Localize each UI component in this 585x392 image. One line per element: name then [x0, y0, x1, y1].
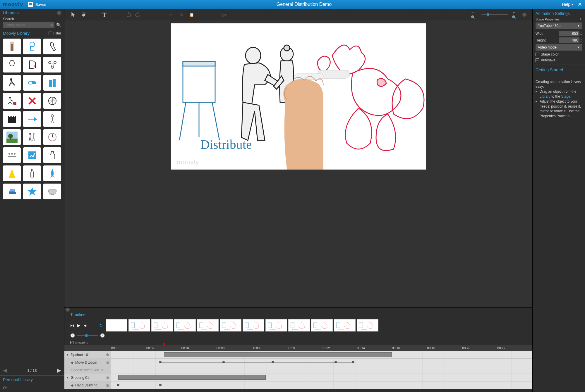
- arrow-down-icon[interactable]: ⬇: [579, 18, 582, 21]
- timeline-thumbnails[interactable]: DistributeDistributeDistributeDistribute…: [106, 319, 526, 331]
- track-lane[interactable]: [111, 359, 532, 366]
- trash-icon[interactable]: 🗑: [106, 353, 109, 357]
- asset-meeting-sketch[interactable]: [3, 147, 21, 163]
- timeline-zoom-slider[interactable]: [77, 335, 98, 336]
- search-input[interactable]: [4, 22, 48, 27]
- timeline-zoom-out-icon[interactable]: 🕐: [70, 333, 75, 338]
- timeline-thumbnail[interactable]: Distribute: [243, 319, 264, 331]
- asset-human-figure[interactable]: [43, 111, 61, 127]
- trash-icon[interactable]: 🗑: [106, 383, 109, 387]
- copy-icon[interactable]: ⧉: [178, 11, 184, 18]
- track-row[interactable]: ◆Move & Zoom🗑: [64, 359, 532, 366]
- timeline-thumbnail[interactable]: Distribute: [288, 319, 310, 331]
- search-icon[interactable]: 🔍: [56, 23, 61, 27]
- height-spinner[interactable]: ▲▼: [580, 38, 582, 42]
- asset-blue-robot[interactable]: [23, 39, 41, 54]
- timeline-thumbnail[interactable]: Distribute: [220, 319, 241, 331]
- collapse-icon[interactable]: [57, 11, 61, 15]
- timeline-thumbnail[interactable]: Distribute: [311, 319, 333, 331]
- play-icon[interactable]: ▶: [77, 323, 80, 328]
- asset-star[interactable]: [23, 184, 41, 199]
- asset-yellow-spotlight[interactable]: [3, 165, 21, 181]
- asset-tree-landscape[interactable]: [3, 129, 21, 145]
- track-row[interactable]: ▼flipchart1 01🗑: [64, 351, 532, 359]
- width-spinner[interactable]: ▲▼: [580, 32, 582, 36]
- asset-italy-outline[interactable]: [43, 39, 61, 54]
- asset-molecule[interactable]: [43, 57, 61, 72]
- height-input[interactable]: [559, 37, 579, 43]
- rewind-icon[interactable]: ⏮: [70, 323, 74, 328]
- timeline-clip[interactable]: [118, 375, 266, 380]
- asset-pill-capsule[interactable]: [23, 75, 41, 91]
- asset-book-stack[interactable]: [3, 184, 21, 199]
- timeline-thumbnail[interactable]: Distribute: [357, 319, 378, 331]
- keyframe[interactable]: [352, 361, 354, 363]
- align-icon[interactable]: ▤▾: [221, 11, 227, 18]
- stage-link[interactable]: Stage: [561, 94, 570, 99]
- track-lane[interactable]: [111, 381, 532, 389]
- keyframe[interactable]: [272, 361, 274, 363]
- timeline-thumbnail[interactable]: Distribute: [151, 319, 173, 331]
- asset-red-x[interactable]: [23, 93, 41, 109]
- keyframe[interactable]: [334, 361, 337, 363]
- asset-boy-wagon[interactable]: [3, 93, 21, 109]
- asset-rocket[interactable]: [43, 165, 61, 181]
- asset-balloon[interactable]: [3, 57, 21, 72]
- asset-clock[interactable]: [43, 129, 61, 145]
- asset-blue-arrow[interactable]: [23, 111, 41, 127]
- snapping-checkbox[interactable]: ✓: [70, 341, 73, 344]
- asset-bottle[interactable]: [23, 165, 41, 181]
- chevron-down-icon[interactable]: ▼: [66, 376, 69, 379]
- redo-icon[interactable]: [135, 11, 142, 18]
- track-lane[interactable]: [111, 374, 532, 381]
- collapse-right-icon[interactable]: [522, 13, 526, 17]
- stage-canvas[interactable]: Distribute moovly: [171, 23, 426, 170]
- autosave-checkbox[interactable]: ✓: [536, 58, 539, 62]
- video-mode-dropdown[interactable]: Video mode▼: [536, 44, 582, 51]
- keyframe[interactable]: [117, 384, 119, 386]
- track-lane[interactable]: [111, 351, 532, 358]
- trash-icon[interactable]: 🗑: [106, 360, 109, 365]
- forward-icon[interactable]: ⏭: [83, 323, 88, 328]
- stage-color-checkbox[interactable]: [536, 53, 539, 56]
- close-icon[interactable]: ✕: [578, 1, 582, 8]
- zoom-in-icon[interactable]: ＋🔍: [512, 11, 518, 18]
- width-input[interactable]: [559, 31, 579, 36]
- pointer-tool-icon[interactable]: [70, 11, 77, 18]
- zoom-out-icon[interactable]: －🔍: [471, 11, 477, 18]
- timeline-zoom-in-icon[interactable]: 🕐: [100, 333, 105, 338]
- zoom-slider[interactable]: [481, 14, 508, 15]
- help-menu[interactable]: Help ▾: [562, 2, 573, 7]
- preset-dropdown[interactable]: YouTube 480p▼: [536, 23, 582, 29]
- page-prev-icon[interactable]: ◀: [3, 367, 7, 374]
- asset-walking-people[interactable]: [23, 129, 41, 145]
- filter-checkbox[interactable]: Filter: [49, 31, 61, 35]
- hand-tool-icon[interactable]: [81, 11, 87, 18]
- track-row[interactable]: Choose animation ▾: [64, 366, 532, 374]
- asset-clapperboard[interactable]: [3, 111, 21, 127]
- personal-library-header[interactable]: Personal Library: [3, 377, 33, 382]
- asset-growth-chart[interactable]: [23, 147, 41, 163]
- timeline-collapse-icon[interactable]: [66, 308, 70, 312]
- choose-animation-dropdown[interactable]: Choose animation ▾: [71, 368, 103, 372]
- asset-cooking-pot[interactable]: [43, 184, 61, 199]
- asset-man-standing[interactable]: [3, 39, 21, 54]
- paste-icon[interactable]: 📋: [188, 11, 195, 18]
- undo-icon[interactable]: [125, 11, 131, 18]
- asset-running-boy[interactable]: [3, 75, 21, 91]
- text-tool-icon[interactable]: [101, 11, 108, 18]
- track-row[interactable]: ▼Greeting 01🗑: [64, 374, 532, 381]
- chevron-down-icon[interactable]: ▼: [66, 353, 69, 356]
- asset-wheel[interactable]: [43, 93, 61, 109]
- save-button[interactable]: Saved: [28, 2, 46, 7]
- keyframe[interactable]: [159, 361, 162, 363]
- track-row[interactable]: ◆Hand Drawing🗑: [64, 381, 532, 389]
- cut-icon[interactable]: ✂: [167, 11, 174, 18]
- page-next-icon[interactable]: ▶: [57, 367, 61, 374]
- keyframe[interactable]: [222, 361, 225, 363]
- asset-buildings[interactable]: [43, 75, 61, 91]
- loop-icon[interactable]: ↻: [99, 323, 103, 328]
- clear-icon[interactable]: ✕: [50, 23, 53, 27]
- refresh-icon[interactable]: ⟳: [3, 385, 7, 391]
- timeline-thumbnail[interactable]: [106, 319, 127, 331]
